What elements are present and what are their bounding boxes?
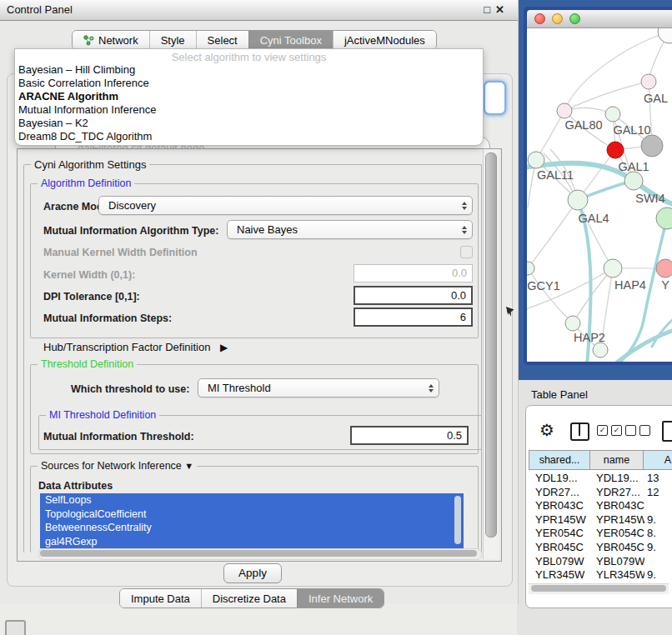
- which-threshold-combo[interactable]: MI Threshold: [198, 378, 439, 398]
- tab-network[interactable]: Network: [73, 31, 149, 49]
- deselect-all-checkboxes-icon[interactable]: [625, 425, 650, 436]
- manual-kernel-width-label: Manual Kernel Width Definition: [43, 247, 198, 258]
- node[interactable]: [658, 28, 672, 43]
- node-label: HAP4: [614, 278, 646, 292]
- mi-threshold-field[interactable]: 0.5: [350, 426, 469, 445]
- horizontal-scrollbar-thumb[interactable]: [40, 550, 477, 557]
- dropdown-placeholder: Select algorithm to view settings: [15, 51, 483, 63]
- columns-icon[interactable]: [570, 422, 589, 441]
- node[interactable]: [656, 259, 672, 278]
- group-title: Threshold Definition: [38, 358, 137, 370]
- minimize-traffic-light-icon[interactable]: [552, 13, 563, 24]
- node-label: GAL1: [618, 160, 649, 173]
- hub-definition-toggle[interactable]: Hub/Transcription Factor Definition ▶: [43, 341, 228, 353]
- tab-impute-data[interactable]: Impute Data: [120, 589, 201, 608]
- float-window-icon[interactable]: □: [484, 3, 495, 16]
- control-panel-titlebar[interactable]: Control Panel □✕: [0, 0, 518, 21]
- node[interactable]: [557, 103, 572, 118]
- cell-name: YBR045C: [596, 541, 644, 555]
- table-row[interactable]: YBR043C YBR043C: [529, 499, 672, 513]
- mi-steps-field[interactable]: 6: [354, 308, 473, 327]
- vertical-scrollbar-thumb[interactable]: [485, 152, 497, 538]
- node[interactable]: [565, 316, 580, 331]
- node[interactable]: [593, 342, 608, 358]
- network-window-titlebar[interactable]: [527, 10, 672, 28]
- menu-item[interactable]: Mutual Information Inference: [18, 103, 156, 116]
- data-attributes-label: Data Attributes: [38, 480, 113, 492]
- node-label: SWI4: [635, 192, 664, 205]
- menu-item[interactable]: Dream8 DC_TDC Algorithm: [18, 130, 152, 142]
- cell-shared: YDR27...: [535, 486, 590, 500]
- cell-shared: YBL079W: [535, 555, 590, 569]
- tab-style[interactable]: Style: [149, 31, 196, 49]
- list-item[interactable]: TopologicalCoefficient: [40, 508, 464, 522]
- node-selected[interactable]: [607, 142, 624, 158]
- zoom-traffic-light-icon[interactable]: [569, 13, 580, 24]
- list-scrollbar-thumb[interactable]: [454, 496, 461, 544]
- minimized-panel-icon[interactable]: [5, 620, 26, 635]
- list-item[interactable]: BetweennessCentrality: [40, 521, 464, 535]
- manual-kernel-width-checkbox[interactable]: [460, 246, 473, 258]
- node[interactable]: [527, 262, 534, 275]
- node-label: GAL11: [537, 168, 574, 182]
- node[interactable]: [604, 259, 622, 278]
- tab-label: jActiveMNodules: [344, 34, 425, 47]
- data-attributes-list[interactable]: SelfLoops TopologicalCoefficient Between…: [40, 493, 464, 548]
- cell-name: YPR145W: [596, 513, 644, 528]
- table-row[interactable]: YBL079W YBL079W: [529, 555, 672, 569]
- gear-icon[interactable]: ⚙: [539, 420, 554, 440]
- menu-item-highlighted[interactable]: ARACNE Algorithm: [18, 90, 118, 102]
- node[interactable]: [528, 152, 544, 168]
- node[interactable]: [641, 135, 663, 157]
- stepper-arrows-icon: [424, 384, 439, 392]
- sources-title: Sources for Network Inference: [41, 460, 182, 472]
- table-row[interactable]: YBR045C YBR045C 9.: [529, 541, 672, 555]
- table-panel-title: Table Panel: [531, 388, 588, 401]
- table-row[interactable]: YDR27... YDR27... 12: [529, 486, 672, 500]
- focused-combo-fragment[interactable]: [484, 81, 506, 115]
- menu-item[interactable]: Basic Correlation Inference: [18, 77, 149, 89]
- menu-item[interactable]: Bayesian – Hill Climbing: [18, 63, 135, 76]
- cell-shared: YLR345W: [535, 568, 590, 582]
- table-row[interactable]: YER054C YER054C 8.: [529, 527, 672, 541]
- column-header-shared[interactable]: shared...: [529, 450, 590, 470]
- table-horizontal-scrollbar-thumb[interactable]: [531, 585, 666, 592]
- table-row[interactable]: YPR145W YPR145W 9.: [529, 513, 672, 528]
- table-row[interactable]: YDL19... YDL19... 13: [529, 472, 672, 486]
- node[interactable]: [641, 74, 656, 89]
- column-header-clipped[interactable]: A: [643, 450, 672, 470]
- table-row[interactable]: YLR345W YLR345W 9.: [529, 568, 672, 582]
- dpi-tolerance-field[interactable]: 0.0: [354, 286, 473, 305]
- column-header-name[interactable]: name: [589, 450, 644, 470]
- chevron-right-icon[interactable]: ▶: [220, 342, 228, 353]
- tab-select[interactable]: Select: [196, 31, 248, 49]
- group-title: Cyni Algorithm Settings: [31, 158, 149, 171]
- group-title: Algorithm Definition: [38, 178, 134, 189]
- select-all-checkboxes-icon[interactable]: ✓✓: [597, 425, 622, 436]
- horizontal-scrollbar[interactable]: [38, 548, 482, 560]
- tab-jactivemnodules[interactable]: jActiveMNodules: [333, 31, 436, 49]
- node[interactable]: [568, 190, 588, 210]
- node[interactable]: [656, 208, 672, 229]
- menu-item[interactable]: Bayesian – K2: [18, 117, 88, 129]
- tab-label: Select: [208, 34, 238, 47]
- tab-infer-network[interactable]: Infer Network: [297, 589, 384, 608]
- node[interactable]: [624, 172, 643, 190]
- kernel-width-field[interactable]: 0.0: [354, 264, 473, 282]
- close-icon[interactable]: ✕: [495, 3, 509, 16]
- chevron-down-icon[interactable]: ▼: [184, 461, 193, 471]
- list-item[interactable]: SelfLoops: [40, 493, 464, 508]
- cell-shared: YBR043C: [535, 499, 590, 513]
- list-item[interactable]: gal4RGexp: [40, 535, 464, 549]
- close-traffic-light-icon[interactable]: [534, 13, 545, 24]
- tab-cyni-toolbox[interactable]: Cyni Toolbox: [248, 31, 333, 49]
- network-canvas[interactable]: GAL GAL80 GAL10 GAL1 GAL11 SWI4 GAL4 GCY…: [527, 28, 672, 362]
- node[interactable]: [605, 107, 620, 122]
- aracne-mode-combo[interactable]: Discovery: [98, 196, 473, 215]
- document-icon[interactable]: [662, 421, 672, 442]
- apply-button[interactable]: Apply: [223, 563, 282, 583]
- mi-algorithm-type-combo[interactable]: Naive Bayes: [227, 220, 473, 239]
- cell-name: YLR345W: [596, 568, 644, 582]
- tab-discretize-data[interactable]: Discretize Data: [201, 589, 297, 608]
- cell-name: YBR043C: [596, 499, 644, 513]
